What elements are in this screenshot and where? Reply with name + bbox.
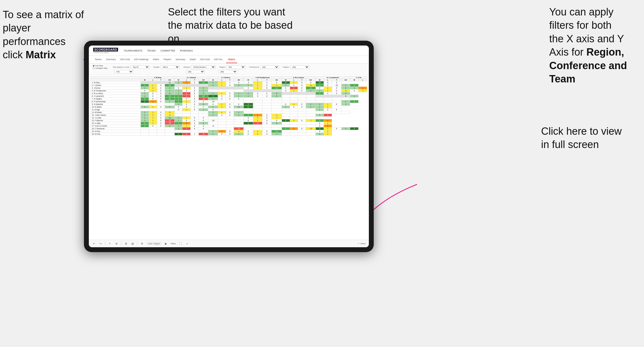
tab-summary2[interactable]: Summary	[173, 56, 187, 63]
grid-icon[interactable]: ⊞	[124, 242, 128, 246]
cell-13-13: 1	[253, 117, 262, 119]
players-select-2[interactable]: (All)	[218, 70, 237, 73]
cell-6-15	[272, 98, 282, 100]
table-row: 14. J Lundin110101100010-7	[91, 117, 367, 119]
cell-16-8: -8	[208, 125, 218, 127]
nav-rankings[interactable]: RANKINGS	[180, 48, 193, 53]
cell-14-15: 0	[272, 119, 282, 122]
cell-6-5: 0	[183, 98, 191, 100]
cell-17-7: 0	[199, 127, 208, 130]
sub-navigation: Teams Summary H2H Grid H2H Heatmap Matri…	[89, 56, 369, 63]
nav-committee[interactable]: COMMITTEE	[161, 48, 175, 53]
matrix-table-wrapper[interactable]: 1. W Ding 2. L Clanton 3. J Koivun 4. M …	[89, 76, 369, 240]
max-players-select[interactable]: Top 25	[131, 65, 149, 69]
cell-17-19: -10	[306, 127, 316, 130]
cell-14-8: -19	[208, 119, 218, 122]
annotation-bottom-right: Click here to view in full screen	[541, 125, 633, 152]
undo-icon[interactable]: ↩	[92, 242, 96, 246]
screen-icon[interactable]: ⛶	[179, 242, 183, 246]
tab-h2h-grid[interactable]: H2H Grid	[118, 56, 132, 63]
cell-8-9: 1	[218, 103, 226, 106]
compact-view-option[interactable]: Compact View	[93, 67, 108, 69]
cell-15-12: 3	[243, 122, 253, 125]
cell-2-18: 0	[298, 87, 306, 89]
cell-19-8: 1	[208, 133, 218, 136]
nav-tournaments[interactable]: TOURNAMENTS	[123, 48, 142, 53]
tab-teams[interactable]: Teams	[93, 56, 104, 63]
cell-9-2: 0	[157, 106, 165, 108]
tab-players[interactable]: Players	[161, 56, 173, 63]
cell-12-21: 3	[324, 114, 332, 117]
division-select[interactable]: NCAA Division I	[191, 65, 216, 69]
cell-8-3	[165, 103, 175, 106]
row-label-8: 9. N Gabrelcik	[91, 103, 141, 106]
settings-icon[interactable]: ⚙	[140, 242, 144, 246]
full-view-radio[interactable]	[93, 65, 95, 67]
players-select[interactable]: (All)	[290, 65, 309, 69]
cell-3-4: 1	[174, 89, 183, 92]
tab-h2h-he[interactable]: H2H He...	[212, 56, 226, 63]
gender-select[interactable]: Men's	[161, 65, 180, 69]
cell-6-9: 0	[218, 98, 226, 100]
view-button[interactable]: View: Original	[147, 242, 161, 245]
cell-15-21: 1	[324, 122, 332, 125]
tab-matrix-left[interactable]: Matrix	[151, 56, 161, 63]
col2-l: L	[183, 79, 191, 81]
bottom-toolbar: ↩ ↪ ↖ ⊕ ⊞ ▤ ⚙ View: Original ▶ Watch ⛶ ⤢…	[89, 240, 369, 247]
players-filter: Players (All)	[283, 65, 309, 69]
cell-19-3	[165, 133, 175, 136]
col2-dif: Dif	[199, 79, 208, 81]
cell-17-8	[208, 127, 218, 130]
cell-17-11: -11	[234, 127, 244, 130]
cell-17-12	[243, 127, 253, 130]
toolbar-separator-1	[105, 242, 105, 246]
full-view-option[interactable]: Full View	[93, 65, 108, 67]
cell-16-16	[282, 125, 290, 127]
tab-matrix-active[interactable]: Matrix	[226, 56, 237, 63]
cell-4-13: 0	[253, 92, 262, 95]
tab-h2h-heatmap[interactable]: H2H Heatmap	[132, 56, 151, 63]
cell-10-15	[272, 108, 282, 111]
cell-18-9: 2	[218, 130, 226, 133]
cell-9-12: 11	[243, 106, 253, 108]
cell-3-5: 0	[183, 89, 191, 92]
cell-14-17: 1	[290, 119, 298, 122]
cell-9-19: 1	[306, 106, 316, 108]
annotation-center: Select the filters you want the matrix d…	[168, 5, 298, 46]
cell-11-2: 0	[157, 111, 165, 114]
cell-6-19	[306, 98, 316, 100]
redo-icon[interactable]: ↪	[99, 242, 102, 246]
cell-1-24: 2	[350, 84, 359, 87]
layout-icon[interactable]: ▤	[131, 242, 134, 246]
cell-5-15: 6	[272, 95, 282, 98]
share-button[interactable]: ↗ Share	[358, 243, 366, 245]
cell-6-12	[243, 98, 253, 100]
col6-l: L	[324, 79, 332, 81]
watch-icon[interactable]: ▶	[164, 242, 168, 246]
tab-detail[interactable]: Detail	[188, 56, 198, 63]
conference-select[interactable]: (All)	[260, 65, 279, 69]
region-select-2[interactable]: N/A	[114, 70, 133, 73]
conference-select-2[interactable]: (All)	[186, 70, 205, 73]
cell-2-23: 3	[341, 87, 350, 89]
cell-11-17	[290, 111, 298, 114]
tab-summary[interactable]: Summary	[104, 56, 118, 63]
cell-18-0	[141, 130, 149, 133]
cell-18-13: 1	[253, 130, 262, 133]
view-label: View: Original	[148, 243, 160, 245]
cell-11-10: 0	[226, 111, 234, 114]
cell-11-11: 1	[234, 111, 244, 114]
nav-teams[interactable]: TEAMS	[147, 48, 156, 53]
cell-19-19	[306, 133, 316, 136]
col-header-5: 5. M La Sasso	[282, 76, 316, 79]
tab-h2h-grid2[interactable]: H2H Grid	[198, 56, 212, 63]
cell-10-17	[290, 108, 298, 111]
fullscreen-icon[interactable]: ⤢	[185, 242, 189, 246]
pointer-icon[interactable]: ↖	[108, 242, 112, 246]
compact-view-radio[interactable]	[93, 67, 95, 69]
zoom-icon[interactable]: ⊕	[115, 242, 118, 246]
region-select[interactable]: N/A	[226, 65, 245, 69]
cell-6-11: 0	[234, 98, 244, 100]
cell-5-24: 1	[350, 95, 359, 98]
cell-14-13: 1	[253, 119, 262, 122]
